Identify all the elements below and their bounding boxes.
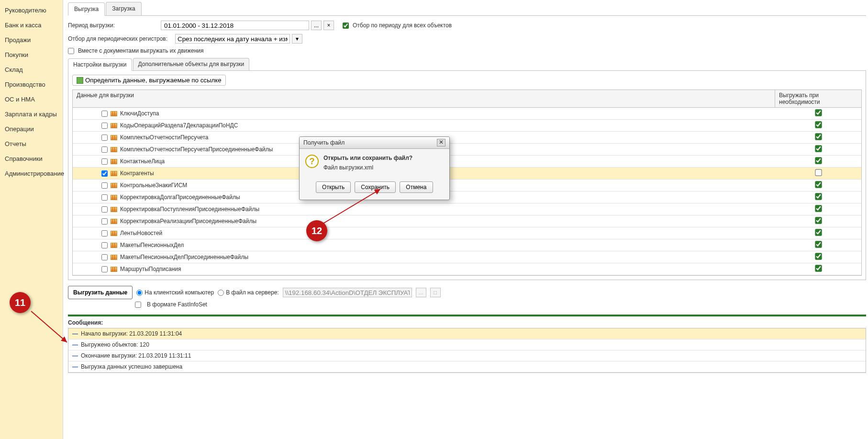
table-row[interactable]: Контрагенты [73, 168, 861, 180]
need-checkbox[interactable] [815, 253, 822, 259]
sidebar-item-11[interactable]: Администрирование [3, 166, 60, 181]
radio-client[interactable]: На клиентский компьютер [136, 289, 214, 296]
period-clear-button[interactable]: × [323, 21, 334, 30]
sidebar-item-4[interactable]: Склад [3, 62, 60, 77]
row-label: КлючиДоступа [120, 110, 159, 117]
dash-icon: — [72, 330, 78, 337]
table-row[interactable]: КонтрольныеЗнакиГИСМ [73, 180, 861, 191]
table-row[interactable]: КонтактныеЛица [73, 156, 861, 168]
table-row[interactable]: КодыОперацийРаздела7ДекларацииПоНДС [73, 120, 861, 132]
dialog-save-button[interactable]: Сохранить [355, 181, 396, 193]
row-checkbox[interactable] [101, 218, 108, 225]
row-checkbox[interactable] [101, 111, 108, 117]
tab-import[interactable]: Загрузка [106, 2, 142, 15]
row-checkbox[interactable] [101, 206, 108, 213]
row-label: МаршрутыПодписания [120, 266, 181, 272]
periodic-reg-select[interactable] [175, 34, 290, 44]
inner-tab-settings[interactable]: Настройки выгрузки [68, 58, 132, 71]
fastinfoset-label: В формате FastInfoSet [147, 301, 207, 308]
table-row[interactable]: КорректировкаПоступленияПрисоединенныеФа… [73, 203, 861, 215]
all-objects-checkbox[interactable] [343, 23, 349, 29]
row-label: КодыОперацийРаздела7ДекларацииПоНДС [120, 122, 238, 129]
sidebar-item-8[interactable]: Операции [3, 122, 60, 136]
row-checkbox[interactable] [101, 158, 108, 165]
col-data-header[interactable]: Данные для выгрузки [73, 90, 775, 107]
row-checkbox[interactable] [101, 123, 108, 129]
sidebar-item-0[interactable]: Руководителю [3, 3, 60, 18]
table-row[interactable]: МаршрутыПодписания [73, 263, 861, 275]
sidebar-item-6[interactable]: ОС и НМА [3, 92, 60, 107]
define-link-button[interactable]: Определить данные, выгружаемые по ссылке [72, 75, 226, 86]
row-checkbox[interactable] [101, 254, 108, 260]
sidebar-item-5[interactable]: Производство [3, 77, 60, 92]
fastinfoset-checkbox[interactable] [135, 302, 141, 308]
export-button[interactable]: Выгрузить данные [68, 286, 133, 299]
tab-export[interactable]: Выгрузка [68, 2, 105, 16]
catalog-icon [111, 111, 117, 116]
table-row[interactable]: КомплектыОтчетностиПерсучетаПрисоединенн… [73, 144, 861, 156]
row-label: КорректировкаДолгаПрисоединенныеФайлы [120, 194, 240, 201]
need-checkbox[interactable] [815, 265, 822, 271]
catalog-icon [111, 195, 117, 200]
col-need-header[interactable]: Выгружать при необходимости [775, 90, 861, 107]
need-checkbox[interactable] [815, 157, 822, 164]
table-row[interactable]: ЛентыНовостей [73, 227, 861, 239]
row-label: КорректировкаПоступленияПрисоединенныеФа… [120, 206, 259, 213]
need-checkbox[interactable] [815, 169, 822, 176]
table-row[interactable]: МакетыПенсионныхДелПрисоединенныеФайлы [73, 251, 861, 263]
table-row[interactable]: МакетыПенсионныхДел [73, 239, 861, 251]
inner-tab-additional[interactable]: Дополнительные объекты для выгрузки [133, 58, 250, 70]
row-checkbox[interactable] [101, 230, 108, 236]
dialog-close-button[interactable]: ✕ [437, 139, 445, 146]
need-checkbox[interactable] [815, 241, 822, 248]
dash-icon: — [72, 341, 78, 348]
row-label: КомплектыОтчетностиПерсучета [120, 134, 208, 141]
sidebar-item-1[interactable]: Банк и касса [3, 18, 60, 33]
table-row[interactable]: КлючиДоступа [73, 108, 861, 120]
row-checkbox[interactable] [101, 135, 108, 141]
sidebar-item-7[interactable]: Зарплата и кадры [3, 107, 60, 122]
period-label: Период выгрузки: [68, 22, 159, 29]
catalog-icon [111, 183, 117, 188]
catalog-icon [111, 231, 117, 236]
sidebar-item-10[interactable]: Справочники [3, 151, 60, 166]
need-checkbox[interactable] [815, 109, 822, 116]
dialog-cancel-button[interactable]: Отмена [400, 181, 433, 193]
need-checkbox[interactable] [815, 193, 822, 200]
need-checkbox[interactable] [815, 181, 822, 188]
sidebar-item-2[interactable]: Продажи [3, 33, 60, 47]
catalog-icon [111, 243, 117, 248]
period-input[interactable] [161, 21, 309, 30]
need-checkbox[interactable] [815, 217, 822, 224]
table-row[interactable]: КомплектыОтчетностиПерсучета [73, 132, 861, 144]
need-checkbox[interactable] [815, 121, 822, 128]
link-icon [77, 77, 83, 84]
row-label: КонтрольныеЗнакиГИСМ [120, 182, 187, 189]
catalog-icon [111, 255, 117, 260]
dash-icon: — [72, 352, 78, 359]
row-checkbox[interactable] [101, 182, 108, 189]
need-checkbox[interactable] [815, 229, 822, 236]
sidebar: РуководителюБанк и кассаПродажиПокупкиСк… [0, 0, 63, 439]
need-checkbox[interactable] [815, 145, 822, 152]
table-row[interactable]: КорректировкаРеализацииПрисоединенныеФай… [73, 215, 861, 227]
row-checkbox[interactable] [101, 242, 108, 248]
message-row: —Выгрузка данных успешно завершена [68, 361, 866, 372]
catalog-icon [111, 147, 117, 152]
radio-server[interactable]: В файл на сервере: [218, 289, 279, 296]
period-picker-button[interactable]: ... [311, 21, 322, 30]
row-checkbox[interactable] [101, 146, 108, 153]
row-checkbox[interactable] [101, 194, 108, 201]
row-checkbox[interactable] [101, 266, 108, 272]
row-checkbox[interactable] [101, 170, 108, 177]
periodic-reg-dropdown[interactable]: ▾ [292, 34, 302, 44]
need-checkbox[interactable] [815, 205, 822, 212]
dialog-open-button[interactable]: Открыть [316, 181, 351, 193]
sidebar-item-3[interactable]: Покупки [3, 47, 60, 62]
sidebar-item-9[interactable]: Отчеты [3, 136, 60, 151]
with-docs-checkbox[interactable] [68, 48, 74, 54]
need-checkbox[interactable] [815, 133, 822, 140]
row-label: Контрагенты [120, 170, 154, 177]
table-row[interactable]: КорректировкаДолгаПрисоединенныеФайлы [73, 191, 861, 203]
catalog-icon [111, 219, 117, 224]
